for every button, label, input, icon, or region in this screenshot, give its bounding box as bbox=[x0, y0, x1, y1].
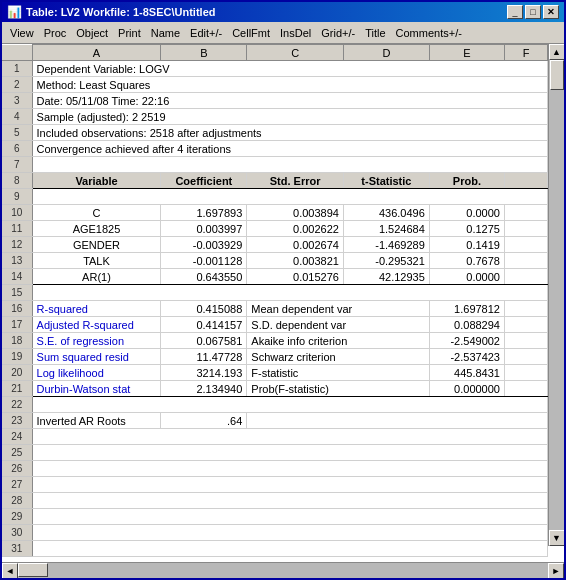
cell-21c: Prob(F-statistic) bbox=[247, 381, 430, 397]
menu-edit[interactable]: Edit+/- bbox=[186, 26, 226, 40]
cell-11f bbox=[504, 221, 547, 237]
table-row: 5 Included observations: 2518 after adju… bbox=[2, 125, 548, 141]
window-title: Table: LV2 Workfile: 1-8SEC\Untitled bbox=[26, 6, 215, 18]
table-row: 9 bbox=[2, 189, 548, 205]
table-row: 14 AR(1) 0.643550 0.015276 42.12935 0.00… bbox=[2, 269, 548, 285]
horizontal-scrollbar[interactable]: ◄ ► bbox=[2, 562, 564, 578]
cell-19b: 11.47728 bbox=[161, 349, 247, 365]
table-row: 27 bbox=[2, 477, 548, 493]
scroll-thumb-h[interactable] bbox=[18, 563, 48, 577]
minimize-button[interactable]: _ bbox=[507, 5, 523, 19]
cell-26a bbox=[32, 461, 547, 477]
menu-print[interactable]: Print bbox=[114, 26, 145, 40]
table-row: 19 Sum squared resid 11.47728 Schwarz cr… bbox=[2, 349, 548, 365]
cell-18e: -2.549002 bbox=[429, 333, 504, 349]
cell-11b: 0.003997 bbox=[161, 221, 247, 237]
scroll-thumb-v[interactable] bbox=[550, 60, 564, 90]
cell-17c: S.D. dependent var bbox=[247, 317, 430, 333]
row-num: 18 bbox=[2, 333, 32, 349]
menu-comments[interactable]: Comments+/- bbox=[392, 26, 466, 40]
cell-14d: 42.12935 bbox=[343, 269, 429, 285]
scroll-track-v[interactable] bbox=[549, 60, 564, 530]
cell-12b: -0.003929 bbox=[161, 237, 247, 253]
cell-13e: 0.7678 bbox=[429, 253, 504, 269]
maximize-button[interactable]: □ bbox=[525, 5, 541, 19]
cell-13f bbox=[504, 253, 547, 269]
cell-11c: 0.002622 bbox=[247, 221, 344, 237]
cell-13b: -0.001128 bbox=[161, 253, 247, 269]
cell-13c: 0.003821 bbox=[247, 253, 344, 269]
table-row: 18 S.E. of regression 0.067581 Akaike in… bbox=[2, 333, 548, 349]
spreadsheet: A B C D E F 1 Dependent Variable: LOGV bbox=[2, 44, 564, 562]
cell-5a: Included observations: 2518 after adjust… bbox=[32, 125, 547, 141]
menu-view[interactable]: View bbox=[6, 26, 38, 40]
table-row: 28 bbox=[2, 493, 548, 509]
spreadsheet-container: A B C D E F 1 Dependent Variable: LOGV bbox=[2, 44, 564, 578]
cell-21b: 2.134940 bbox=[161, 381, 247, 397]
menu-object[interactable]: Object bbox=[72, 26, 112, 40]
row-num: 6 bbox=[2, 141, 32, 157]
scroll-track-h[interactable] bbox=[18, 563, 548, 578]
menu-insdel[interactable]: InsDel bbox=[276, 26, 315, 40]
menu-name[interactable]: Name bbox=[147, 26, 184, 40]
col-header-d: D bbox=[343, 45, 429, 61]
cell-14f bbox=[504, 269, 547, 285]
table-row: 12 GENDER -0.003929 0.002674 -1.469289 0… bbox=[2, 237, 548, 253]
table-row: 6 Convergence achieved after 4 iteration… bbox=[2, 141, 548, 157]
table-row: 20 Log likelihood 3214.193 F-statistic 4… bbox=[2, 365, 548, 381]
row-num: 23 bbox=[2, 413, 32, 429]
table-row: 16 R-squared 0.415088 Mean dependent var… bbox=[2, 301, 548, 317]
table-row: 22 bbox=[2, 397, 548, 413]
cell-22a bbox=[32, 397, 547, 413]
table-row: 30 bbox=[2, 525, 548, 541]
header-coefficient: Coefficient bbox=[161, 173, 247, 189]
cell-2a: Method: Least Squares bbox=[32, 77, 547, 93]
table-row: 17 Adjusted R-squared 0.414157 S.D. depe… bbox=[2, 317, 548, 333]
cell-3a: Date: 05/11/08 Time: 22:16 bbox=[32, 93, 547, 109]
cell-20c: F-statistic bbox=[247, 365, 430, 381]
cell-4a: Sample (adjusted): 2 2519 bbox=[32, 109, 547, 125]
row-num: 25 bbox=[2, 445, 32, 461]
row-num: 14 bbox=[2, 269, 32, 285]
menu-proc[interactable]: Proc bbox=[40, 26, 71, 40]
scroll-left-button[interactable]: ◄ bbox=[2, 563, 18, 579]
row-num: 24 bbox=[2, 429, 32, 445]
cell-17e: 0.088294 bbox=[429, 317, 504, 333]
close-button[interactable]: ✕ bbox=[543, 5, 559, 19]
row-num: 26 bbox=[2, 461, 32, 477]
scroll-right-button[interactable]: ► bbox=[548, 563, 564, 579]
cell-12a: GENDER bbox=[32, 237, 161, 253]
cell-18c: Akaike info criterion bbox=[247, 333, 430, 349]
row-num: 10 bbox=[2, 205, 32, 221]
cell-23b: .64 bbox=[161, 413, 247, 429]
table-row: 24 bbox=[2, 429, 548, 445]
row-num: 17 bbox=[2, 317, 32, 333]
row-num: 7 bbox=[2, 157, 32, 173]
menu-title[interactable]: Title bbox=[361, 26, 389, 40]
cell-23a: Inverted AR Roots bbox=[32, 413, 161, 429]
cell-12c: 0.002674 bbox=[247, 237, 344, 253]
cell-23c bbox=[247, 413, 548, 429]
cell-7a bbox=[32, 157, 547, 173]
row-num: 1 bbox=[2, 61, 32, 77]
cell-21a: Durbin-Watson stat bbox=[32, 381, 161, 397]
cell-19c: Schwarz criterion bbox=[247, 349, 430, 365]
menu-grid[interactable]: Grid+/- bbox=[317, 26, 359, 40]
cell-20e: 445.8431 bbox=[429, 365, 504, 381]
row-num: 4 bbox=[2, 109, 32, 125]
col-header-f: F bbox=[504, 45, 547, 61]
scroll-up-button[interactable]: ▲ bbox=[549, 44, 565, 60]
cell-30a bbox=[32, 525, 547, 541]
cell-12e: 0.1419 bbox=[429, 237, 504, 253]
cell-10b: 1.697893 bbox=[161, 205, 247, 221]
row-num: 27 bbox=[2, 477, 32, 493]
cell-20b: 3214.193 bbox=[161, 365, 247, 381]
scroll-down-button[interactable]: ▼ bbox=[549, 530, 565, 546]
menu-cellfmt[interactable]: CellFmt bbox=[228, 26, 274, 40]
row-num: 2 bbox=[2, 77, 32, 93]
cell-17f bbox=[504, 317, 547, 333]
cell-28a bbox=[32, 493, 547, 509]
cell-19f bbox=[504, 349, 547, 365]
vertical-scrollbar[interactable]: ▲ ▼ bbox=[548, 44, 564, 546]
cell-9a bbox=[32, 189, 547, 205]
